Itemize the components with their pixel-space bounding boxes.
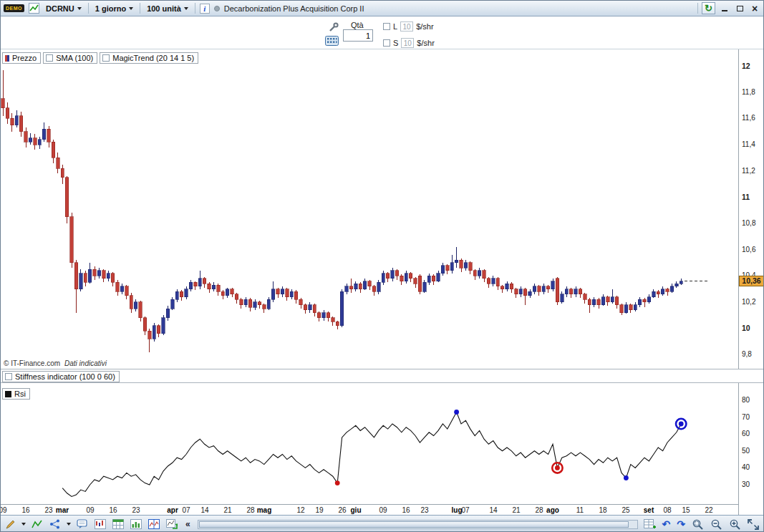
time-axis-day-label: 26	[338, 506, 346, 514]
export-chart-button[interactable]	[165, 517, 178, 531]
price-indicator-row: Prezzo SMA (100) MagicTrend (20 14 1 5)	[2, 52, 198, 64]
price-legend-button[interactable]: Prezzo	[2, 52, 41, 64]
chart-icon	[29, 3, 39, 14]
stiffness-indicator-toggle[interactable]: Stiffness indicator (100 0 60)	[2, 371, 120, 382]
sma-checkbox[interactable]	[46, 54, 53, 62]
maximize-icon	[737, 6, 743, 11]
table-icon	[112, 519, 124, 529]
bar-chart-icon	[130, 519, 142, 529]
speech-bubble-icon	[77, 519, 88, 529]
quantity-input[interactable]	[343, 29, 373, 42]
time-axis-day-label: 16	[402, 506, 410, 514]
trendline-tool-button[interactable]	[31, 517, 44, 531]
magictrend-label: MagicTrend (20 14 1 5)	[112, 54, 194, 62]
collapse-left-button[interactable]: «	[183, 517, 193, 531]
time-axis-day-label: 09	[379, 506, 387, 514]
units-dropdown[interactable]: 100 unità	[145, 4, 190, 14]
share-button[interactable]	[49, 517, 62, 531]
zoom-in-button[interactable]	[728, 517, 742, 531]
short-price-input[interactable]	[401, 38, 414, 48]
chevron-down-icon	[184, 7, 188, 10]
refresh-button[interactable]: ↻	[702, 2, 715, 14]
zoom-select-icon	[692, 518, 704, 530]
timeframe-label: 1 giorno	[95, 4, 126, 13]
time-axis-month-label: mar	[56, 506, 69, 514]
layout-grid-button[interactable]	[148, 517, 160, 531]
info-button[interactable]: i	[200, 4, 210, 14]
short-unit-label: $/shr	[417, 39, 434, 47]
multi-chart-icon	[95, 519, 106, 529]
comment-tool-button[interactable]	[76, 517, 89, 531]
bar-chart-view-button[interactable]	[130, 517, 142, 531]
short-checkbox[interactable]	[383, 39, 390, 47]
minimize-button[interactable]	[719, 3, 730, 14]
chevron-down-icon[interactable]	[21, 523, 26, 526]
time-axis-month-label: giu	[351, 506, 362, 514]
pencil-icon	[5, 519, 16, 530]
zoom-out-button[interactable]	[710, 517, 723, 531]
price-axis: 1211,811,611,411,21110,810,610,410,2109,…	[740, 49, 764, 368]
time-axis-month-label: ago	[546, 506, 559, 514]
price-legend-label: Prezzo	[12, 54, 37, 62]
order-keypad-button[interactable]	[324, 34, 339, 48]
long-checkbox[interactable]	[383, 23, 390, 30]
candlestick-legend-icon	[5, 55, 9, 62]
time-axis-month-label: lug	[452, 506, 463, 514]
bottom-toolbar: « ↶ ↷	[1, 515, 763, 532]
symbol-label: DCRNU	[46, 4, 74, 13]
time-axis-day-label: 19	[315, 506, 323, 514]
chevron-down-icon[interactable]	[67, 523, 71, 526]
time-axis-day-label: 22	[705, 506, 712, 514]
rsi-chart[interactable]	[1, 390, 738, 503]
rsi-axis-label: 60	[742, 430, 750, 437]
undo-button[interactable]: ↶	[662, 517, 672, 531]
rsi-axis-label: 70	[742, 413, 750, 421]
time-axis-day-label: 11	[576, 506, 584, 514]
draw-tool-button[interactable]	[4, 517, 16, 531]
quantity-label: Qtà	[351, 21, 364, 29]
price-axis-label: 11,8	[742, 88, 755, 96]
time-axis-day-label: 16	[21, 506, 29, 514]
layout-grid-icon	[148, 519, 160, 529]
price-axis-label: 10,6	[742, 246, 755, 253]
keyboard-icon	[325, 36, 339, 46]
zoom-select-button[interactable]	[691, 517, 705, 531]
redo-button[interactable]: ↷	[676, 517, 686, 531]
horizontal-scrollbar[interactable]	[198, 520, 638, 529]
stiffness-checkbox[interactable]	[5, 373, 12, 380]
close-button[interactable]: ×	[749, 3, 760, 14]
price-axis-label: 11	[742, 193, 750, 201]
time-axis-day-label: 25	[622, 506, 629, 514]
price-axis-label: 9,8	[742, 350, 752, 358]
time-axis[interactable]: 091623mar091623apr07142128mag121926giu09…	[1, 504, 738, 516]
time-axis-day-label: 14	[489, 506, 497, 514]
sma-indicator-toggle[interactable]: SMA (100)	[43, 52, 97, 64]
fullscreen-button[interactable]	[747, 517, 760, 531]
time-axis-day-label: 23	[420, 506, 428, 514]
long-label: L	[393, 22, 397, 31]
price-axis-label: 12	[742, 62, 750, 70]
rsi-legend-button[interactable]: Rsi	[2, 388, 30, 400]
time-axis-day-label: 08	[663, 506, 671, 514]
rsi-label: Rsi	[14, 390, 26, 398]
table-view-button[interactable]	[112, 517, 125, 531]
status-dot-icon	[214, 6, 220, 11]
long-price-input[interactable]	[400, 21, 413, 32]
separator	[195, 3, 195, 14]
symbol-dropdown[interactable]: DCRNU	[44, 4, 84, 14]
time-axis-month-label: mag	[257, 506, 272, 514]
price-chart[interactable]	[1, 49, 738, 368]
order-settings-button[interactable]	[327, 20, 340, 34]
titlebar: DEMO DCRNU 1 giorno 100 unità i Decarbon…	[1, 1, 763, 16]
expand-icon	[748, 519, 759, 530]
timeframe-dropdown[interactable]: 1 giorno	[93, 4, 135, 14]
magictrend-checkbox[interactable]	[102, 54, 110, 62]
multi-chart-button[interactable]	[94, 517, 107, 531]
scrollbar-thumb[interactable]	[199, 521, 629, 528]
data-table-button[interactable]	[643, 517, 657, 531]
magictrend-indicator-toggle[interactable]: MagicTrend (20 14 1 5)	[100, 52, 198, 64]
spreadsheet-icon	[644, 519, 656, 530]
time-axis-day-label: 16	[109, 506, 117, 514]
chevron-down-icon	[129, 7, 133, 10]
maximize-button[interactable]	[734, 3, 745, 14]
